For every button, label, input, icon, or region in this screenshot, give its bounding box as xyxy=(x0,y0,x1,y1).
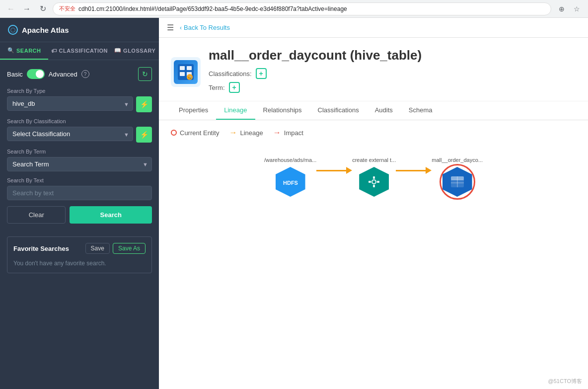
add-classification-button[interactable]: + xyxy=(256,68,267,79)
hdfs-node-icon: HDFS xyxy=(275,166,306,198)
search-by-term-label: Search By Term xyxy=(7,149,152,155)
reload-button[interactable]: ↻ xyxy=(37,3,49,15)
mode-toggle[interactable] xyxy=(27,69,45,79)
profile-icon[interactable]: ⊕ xyxy=(555,2,568,15)
search-by-classification-label: Search By Classification xyxy=(7,118,152,124)
tab-schema[interactable]: Schema xyxy=(401,101,441,120)
tab-properties[interactable]: Properties xyxy=(171,101,216,120)
entity-title: mall__order_daycount (hive_table) xyxy=(209,48,576,63)
tab-audits[interactable]: Audits xyxy=(367,101,401,120)
bookmark-icon[interactable]: ☆ xyxy=(570,2,583,15)
search-by-text-label: Search By Text xyxy=(7,177,152,183)
arrow-line-2 xyxy=(396,170,426,171)
search-panel: Basic Advanced ? ↻ Search By Type hive_d… xyxy=(0,60,159,236)
back-to-results-label: Back To Results xyxy=(184,24,230,31)
favorites-title: Favorite Searches xyxy=(13,245,69,252)
type-select[interactable]: hive_db hive_table hive_column xyxy=(7,96,133,111)
svg-text:HDFS: HDFS xyxy=(283,180,298,186)
classifications-label: Classifications: xyxy=(209,70,252,78)
term-label: Term: xyxy=(209,84,225,91)
term-row: Term: + xyxy=(209,82,576,93)
svg-rect-2 xyxy=(187,66,192,70)
search-by-term-group: Search Term ▼ xyxy=(7,157,152,171)
hdfs-node-label: /warehouse/ads/ma... xyxy=(264,157,316,163)
watermark: @51CTO博客 xyxy=(548,378,582,385)
add-term-button[interactable]: + xyxy=(229,82,240,93)
lineage-node-hive-table[interactable]: mall__order_dayco... xyxy=(432,157,483,198)
term-select[interactable]: Search Term xyxy=(7,157,152,171)
app-layout: ◯ Apache Atlas 🔍 SEARCH 🏷 CLASSIFICATION… xyxy=(0,18,588,389)
type-filter-button[interactable]: ⚡ xyxy=(136,96,152,112)
svg-rect-1 xyxy=(180,66,185,70)
term-select-wrapper: Search Term ▼ xyxy=(7,157,152,171)
search-button[interactable]: Search xyxy=(70,206,152,224)
favorites-section: Favorite Searches Save Save As You don't… xyxy=(7,236,152,273)
back-to-results-link[interactable]: ‹ Back To Results xyxy=(180,24,230,31)
current-entity-legend-label: Current Entity xyxy=(180,129,219,137)
hamburger-icon[interactable]: ☰ xyxy=(167,23,174,32)
hive-table-svg: 🐝 xyxy=(177,63,195,81)
legend-impact: → Impact xyxy=(273,128,303,137)
sidebar-nav: 🔍 SEARCH 🏷 CLASSIFICATION 📖 GLOSSARY xyxy=(0,42,159,60)
classification-select[interactable]: Select Classification xyxy=(7,127,133,141)
back-chevron-icon: ‹ xyxy=(180,24,182,31)
process-node-label: create external t... xyxy=(352,157,396,163)
hive-table-icon: 🐝 xyxy=(174,60,198,84)
process-svg xyxy=(366,174,382,190)
sidebar-item-classification[interactable]: 🏷 CLASSIFICATION xyxy=(48,42,111,60)
refresh-button[interactable]: ↻ xyxy=(138,67,152,81)
hive-table-node-svg xyxy=(449,174,465,190)
impact-arrow-icon: → xyxy=(273,128,281,137)
favorites-buttons: Save Save As xyxy=(85,243,146,254)
address-bar[interactable]: 不安全 cdh01.cm:21000/index.html#!/detailPa… xyxy=(53,2,551,15)
hive-table-node-icon xyxy=(441,166,473,198)
tab-relationships[interactable]: Relationships xyxy=(255,101,310,120)
action-row: Clear Search xyxy=(7,206,152,224)
tabs-bar: Properties Lineage Relationships Classif… xyxy=(159,101,588,120)
arrow-connector-1 xyxy=(316,167,352,174)
svg-rect-13 xyxy=(377,181,379,183)
svg-rect-3 xyxy=(180,72,185,76)
svg-rect-10 xyxy=(373,176,375,179)
forward-button[interactable]: → xyxy=(21,3,33,15)
search-icon: 🔍 xyxy=(7,47,15,54)
classifications-row: Classifications: + xyxy=(209,68,576,79)
hdfs-svg: HDFS xyxy=(283,174,298,190)
classification-filter-button[interactable]: ⚡ xyxy=(136,127,152,143)
sidebar: ◯ Apache Atlas 🔍 SEARCH 🏷 CLASSIFICATION… xyxy=(0,18,159,389)
browser-icons: ⊕ ☆ xyxy=(555,2,583,15)
arrow-connector-2 xyxy=(396,167,432,174)
help-icon[interactable]: ? xyxy=(81,70,89,78)
favorites-header: Favorite Searches Save Save As xyxy=(13,243,146,254)
favorites-empty-text: You don't have any favorite search. xyxy=(13,260,146,267)
save-as-button[interactable]: Save As xyxy=(113,243,146,254)
svg-rect-11 xyxy=(373,185,375,187)
url-text: cdh01.cm:21000/index.html#!/detailPage/6… xyxy=(78,5,347,12)
tab-lineage[interactable]: Lineage xyxy=(216,101,255,120)
sidebar-glossary-label: GLOSSARY xyxy=(123,48,155,54)
top-bar: ☰ ‹ Back To Results xyxy=(159,18,588,38)
search-by-type-group: hive_db hive_table hive_column ▼ ⚡ xyxy=(7,96,152,112)
search-by-type-label: Search By Type xyxy=(7,88,152,94)
search-by-text-input[interactable] xyxy=(7,186,152,200)
current-node-highlight xyxy=(440,164,475,200)
clear-button[interactable]: Clear xyxy=(7,206,66,224)
sidebar-item-glossary[interactable]: 📖 GLOSSARY xyxy=(111,42,159,60)
sidebar-item-search[interactable]: 🔍 SEARCH xyxy=(0,42,48,60)
entity-header: 🐝 mall__order_daycount (hive_table) Clas… xyxy=(159,38,588,101)
main-content: ☰ ‹ Back To Results xyxy=(159,18,588,389)
search-by-classification-group: Select Classification ▼ ⚡ xyxy=(7,127,152,143)
glossary-icon: 📖 xyxy=(114,47,122,54)
sidebar-header: ◯ Apache Atlas xyxy=(0,18,159,42)
svg-point-9 xyxy=(372,180,375,183)
impact-legend-label: Impact xyxy=(284,129,303,137)
save-button[interactable]: Save xyxy=(85,243,110,254)
lineage-node-process[interactable]: create external t... xyxy=(352,157,396,198)
back-button[interactable]: ← xyxy=(5,3,17,15)
tab-classifications[interactable]: Classifications xyxy=(310,101,367,120)
lineage-arrow-icon: → xyxy=(229,128,237,137)
lineage-content: Current Entity → Lineage → Impact /wareh… xyxy=(159,120,588,389)
security-warning: 不安全 xyxy=(59,5,75,12)
lineage-node-hdfs[interactable]: /warehouse/ads/ma... HDFS xyxy=(264,157,316,198)
lineage-graph: /warehouse/ads/ma... HDFS xyxy=(171,157,576,198)
